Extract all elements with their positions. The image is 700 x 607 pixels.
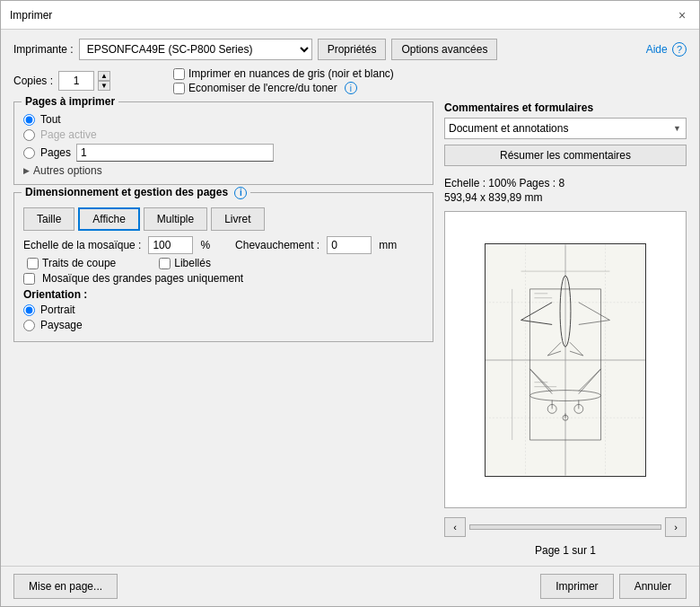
- printer-select[interactable]: EPSONFCA49E (SC-P800 Series): [79, 39, 312, 60]
- summarize-btn[interactable]: Résumer les commentaires: [444, 145, 687, 166]
- title-bar: Imprimer ×: [1, 1, 699, 30]
- prev-page-btn[interactable]: ‹: [444, 517, 466, 537]
- comments-select-wrapper: Document et annotations: [444, 118, 687, 139]
- other-options-row[interactable]: ▶ Autres options: [23, 164, 424, 177]
- radio-active-label: Page active: [40, 128, 97, 141]
- page-slider[interactable]: [469, 524, 661, 530]
- comments-section: Commentaires et formulaires Document et …: [444, 101, 687, 166]
- print-dialog: Imprimer × Imprimante : EPSONFCA49E (SC-…: [0, 0, 700, 607]
- large-pages-checkbox[interactable]: [23, 273, 35, 285]
- radio-all-row: Tout: [23, 113, 424, 126]
- preview-area: [444, 211, 687, 508]
- pages-group: Pages à imprimer Tout Page active Pag: [13, 101, 433, 185]
- advanced-options-button[interactable]: Options avancées: [391, 39, 497, 60]
- left-panel: Pages à imprimer Tout Page active Pag: [13, 101, 433, 557]
- close-button[interactable]: ×: [674, 7, 690, 23]
- radio-all[interactable]: [23, 114, 35, 126]
- economy-checkbox[interactable]: [173, 83, 185, 94]
- dim-info-icon: i: [234, 187, 247, 199]
- orientation-group: Orientation : Portrait Paysage: [23, 288, 424, 331]
- radio-pages[interactable]: [23, 147, 35, 159]
- overlap-input[interactable]: [327, 236, 372, 254]
- dialog-body: Imprimante : EPSONFCA49E (SC-P800 Series…: [1, 30, 699, 566]
- radio-pages-label: Pages: [40, 146, 71, 159]
- pages-group-title: Pages à imprimer: [22, 95, 118, 108]
- cuts-row: Traits de coupe: [27, 257, 116, 269]
- nav-row: ‹ ›: [444, 517, 687, 537]
- bottom-bar: Mise en page... Imprimer Annuler: [1, 566, 699, 606]
- blueprint-svg: [486, 244, 645, 476]
- portrait-label: Portrait: [40, 304, 75, 316]
- overlap-label: Chevauchement :: [235, 239, 319, 251]
- properties-button[interactable]: Propriétés: [318, 39, 387, 60]
- printer-row: Imprimante : EPSONFCA49E (SC-P800 Series…: [13, 39, 687, 60]
- copies-input-group: ▲ ▼: [58, 71, 110, 91]
- aide-link[interactable]: Aide ?: [646, 42, 687, 57]
- scale-label: Echelle de la mosaïque :: [23, 239, 141, 251]
- preview-image: [485, 243, 646, 477]
- economy-info-icon: i: [345, 82, 357, 94]
- page-indicator: Page 1 sur 1: [444, 544, 687, 557]
- size-info: 593,94 x 839,89 mm: [444, 191, 687, 204]
- scale-row: Echelle de la mosaïque : % Chevauchement…: [23, 236, 424, 254]
- copies-down[interactable]: ▼: [98, 81, 110, 91]
- comments-select[interactable]: Document et annotations: [444, 118, 687, 139]
- grayscale-row: Imprimer en nuances de gris (noir et bla…: [173, 67, 394, 80]
- portrait-row: Portrait: [23, 304, 424, 316]
- next-page-btn[interactable]: ›: [665, 517, 687, 537]
- tab-livret[interactable]: Livret: [211, 207, 264, 231]
- copies-label: Copies :: [13, 75, 53, 87]
- right-panel: Commentaires et formulaires Document et …: [444, 101, 687, 557]
- large-pages-row: Mosaïque des grandes pages uniquement: [23, 272, 424, 285]
- radio-landscape[interactable]: [23, 320, 35, 331]
- orientation-label: Orientation :: [23, 288, 424, 301]
- grayscale-checkbox[interactable]: [173, 68, 185, 80]
- cancel-btn[interactable]: Annuler: [619, 574, 687, 599]
- pages-input[interactable]: [76, 144, 274, 162]
- other-options-label: Autres options: [33, 164, 102, 177]
- radio-active[interactable]: [23, 129, 35, 141]
- page-setup-btn[interactable]: Mise en page...: [13, 574, 118, 599]
- other-options-triangle: ▶: [23, 166, 30, 175]
- scale-input[interactable]: [148, 236, 193, 254]
- copies-up[interactable]: ▲: [98, 71, 110, 81]
- action-buttons: Imprimer Annuler: [540, 574, 687, 599]
- scale-unit: %: [200, 239, 210, 251]
- labels-row: Libellés: [159, 257, 211, 269]
- copies-spinner: ▲ ▼: [98, 71, 110, 91]
- radio-active-row: Page active: [23, 128, 424, 141]
- large-pages-label: Mosaïque des grandes pages uniquement: [42, 272, 243, 285]
- tab-row: Taille Affiche Multiple Livret: [23, 207, 424, 231]
- tab-multiple[interactable]: Multiple: [144, 207, 207, 231]
- grayscale-label: Imprimer en nuances de gris (noir et bla…: [188, 67, 394, 80]
- radio-all-label: Tout: [40, 113, 61, 126]
- copies-input[interactable]: [58, 71, 94, 91]
- cuts-checkbox[interactable]: [27, 258, 39, 269]
- economy-row: Economiser de l'encre/du toner i: [173, 82, 394, 94]
- economy-label: Economiser de l'encre/du toner: [188, 82, 337, 94]
- copies-row: Copies : ▲ ▼ Imprimer en nuances de gris…: [13, 67, 687, 94]
- tab-affiche[interactable]: Affiche: [78, 207, 139, 231]
- comments-title: Commentaires et formulaires: [444, 101, 687, 114]
- main-content: Pages à imprimer Tout Page active Pag: [13, 101, 687, 557]
- cuts-label: Traits de coupe: [42, 257, 116, 269]
- preview-info: Echelle : 100% Pages : 8 593,94 x 839,89…: [444, 175, 687, 206]
- help-icon: ?: [672, 42, 687, 57]
- cuts-labels-row: Traits de coupe Libellés: [23, 257, 424, 269]
- labels-checkbox[interactable]: [159, 258, 171, 269]
- overlap-unit: mm: [379, 239, 397, 251]
- scale-info: Echelle : 100% Pages : 8: [444, 177, 687, 189]
- labels-label: Libellés: [174, 257, 211, 269]
- dim-group-title: Dimensionnement et gestion des pages i: [22, 186, 250, 199]
- dialog-title: Imprimer: [10, 9, 52, 22]
- landscape-row: Paysage: [23, 319, 424, 331]
- print-btn[interactable]: Imprimer: [540, 574, 613, 599]
- radio-pages-row: Pages: [23, 144, 424, 162]
- radio-portrait[interactable]: [23, 304, 35, 316]
- printer-label: Imprimante :: [13, 43, 74, 56]
- tab-size[interactable]: Taille: [23, 207, 74, 231]
- landscape-label: Paysage: [40, 319, 83, 331]
- dim-group: Dimensionnement et gestion des pages i T…: [13, 192, 433, 342]
